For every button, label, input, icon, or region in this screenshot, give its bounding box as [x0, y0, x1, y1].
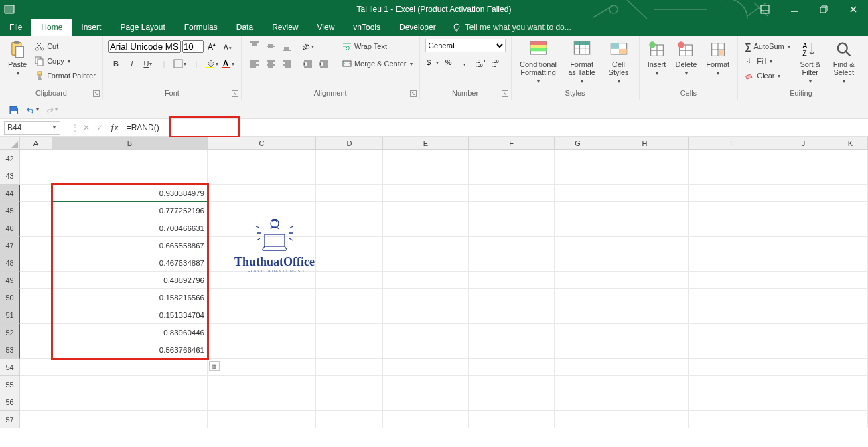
cell[interactable] — [316, 359, 383, 376]
cell[interactable] — [555, 289, 601, 306]
align-middle-button[interactable] — [263, 39, 278, 54]
tab-home[interactable]: Home — [31, 19, 72, 36]
cell[interactable] — [52, 393, 208, 411]
column-header-K[interactable]: K — [833, 137, 868, 149]
cell[interactable] — [555, 185, 601, 202]
cell[interactable] — [20, 150, 52, 167]
name-box[interactable]: B44▼ — [4, 121, 60, 135]
alignment-launcher[interactable]: ⤡ — [410, 90, 417, 97]
enter-formula-button[interactable]: ✓ — [96, 123, 103, 132]
cell[interactable] — [601, 167, 689, 185]
cell[interactable] — [383, 411, 469, 428]
cell[interactable] — [383, 272, 469, 289]
cell[interactable] — [316, 237, 383, 254]
cell[interactable] — [20, 359, 52, 376]
cell[interactable] — [20, 272, 52, 289]
cell[interactable] — [833, 324, 868, 341]
row-header[interactable]: 49 — [0, 272, 20, 289]
cell[interactable] — [20, 202, 52, 219]
paste-button[interactable]: Paste▾ — [5, 39, 29, 79]
cell[interactable] — [555, 341, 601, 359]
cell[interactable] — [689, 202, 774, 219]
row-header[interactable]: 56 — [0, 393, 20, 411]
cell[interactable] — [689, 411, 774, 428]
cell[interactable] — [383, 324, 469, 341]
align-left-button[interactable] — [247, 56, 262, 71]
row-header[interactable]: 44 — [0, 185, 20, 202]
cell[interactable] — [601, 202, 689, 219]
cell[interactable] — [469, 324, 555, 341]
cell[interactable] — [555, 324, 601, 341]
cell[interactable] — [383, 202, 469, 219]
cell[interactable] — [601, 411, 689, 428]
font-name-select[interactable] — [108, 40, 181, 53]
cell[interactable]: 0.467634887 — [52, 254, 208, 272]
cell[interactable] — [208, 393, 316, 411]
cell[interactable] — [383, 306, 469, 324]
redo-button[interactable]: ▾ — [43, 102, 59, 118]
cell[interactable] — [383, 219, 469, 237]
cell[interactable] — [774, 359, 833, 376]
cell[interactable] — [208, 272, 316, 289]
cell[interactable]: 0.151334704 — [52, 306, 208, 324]
cell[interactable] — [208, 237, 316, 254]
cell[interactable] — [601, 150, 689, 167]
cell[interactable] — [469, 359, 555, 376]
cell[interactable] — [469, 272, 555, 289]
fill-button[interactable]: Fill▾ — [743, 54, 792, 68]
cell[interactable] — [20, 185, 52, 202]
cell[interactable] — [383, 167, 469, 185]
cell[interactable] — [689, 254, 774, 272]
cell[interactable] — [383, 341, 469, 359]
cut-button[interactable]: Cut — [33, 39, 97, 54]
row-header[interactable]: 50 — [0, 289, 20, 306]
cell[interactable] — [774, 202, 833, 219]
font-launcher[interactable]: ⤡ — [232, 90, 238, 97]
cell[interactable] — [601, 289, 689, 306]
column-header-D[interactable]: D — [316, 137, 383, 149]
cell[interactable] — [208, 341, 316, 359]
cell[interactable] — [469, 219, 555, 237]
cell[interactable] — [833, 150, 868, 167]
cell[interactable] — [833, 289, 868, 306]
cell[interactable] — [601, 376, 689, 393]
cell[interactable] — [833, 411, 868, 428]
cell[interactable] — [774, 167, 833, 185]
cell[interactable] — [52, 359, 208, 376]
cell[interactable] — [208, 359, 316, 376]
row-header[interactable]: 55 — [0, 376, 20, 393]
fill-color-button[interactable]: ▾ — [205, 56, 220, 71]
cell[interactable] — [383, 376, 469, 393]
cell[interactable]: 0.777252196 — [52, 202, 208, 219]
merge-center-button[interactable]: Merge & Center▾ — [341, 56, 414, 71]
copy-button[interactable]: Copy▾ — [33, 54, 97, 68]
cell[interactable] — [316, 254, 383, 272]
border-button[interactable]: ▾ — [173, 56, 188, 71]
cell[interactable] — [20, 167, 52, 185]
cell[interactable] — [469, 393, 555, 411]
cell[interactable] — [833, 306, 868, 324]
cell[interactable]: 0.83960446 — [52, 324, 208, 341]
cell[interactable] — [833, 341, 868, 359]
cancel-formula-button[interactable]: ✕ — [83, 123, 90, 132]
cell[interactable] — [208, 185, 316, 202]
cell[interactable] — [383, 237, 469, 254]
row-header[interactable]: 48 — [0, 254, 20, 272]
cell[interactable] — [555, 219, 601, 237]
cell-styles-button[interactable]: Cell Styles▾ — [604, 39, 634, 87]
cell[interactable] — [383, 359, 469, 376]
format-painter-button[interactable]: Format Painter — [33, 68, 97, 83]
column-header-G[interactable]: G — [555, 137, 601, 149]
column-header-A[interactable]: A — [20, 137, 52, 149]
row-header[interactable]: 47 — [0, 237, 20, 254]
underline-button[interactable]: U▾ — [141, 56, 155, 71]
align-right-button[interactable] — [279, 56, 294, 71]
sort-filter-button[interactable]: AZSort & Filter▾ — [796, 39, 825, 87]
cell[interactable] — [52, 411, 208, 428]
dec-indent-button[interactable] — [301, 56, 315, 71]
bold-button[interactable]: B — [108, 56, 123, 71]
cell[interactable] — [208, 150, 316, 167]
cell[interactable] — [316, 376, 383, 393]
cell[interactable] — [833, 185, 868, 202]
cell[interactable] — [774, 341, 833, 359]
